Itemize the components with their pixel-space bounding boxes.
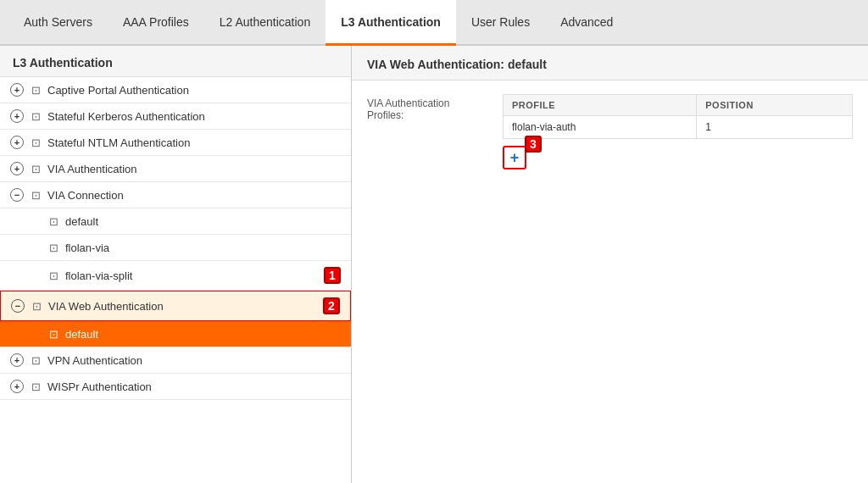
nav-l3-auth[interactable]: L3 Authentication — [326, 0, 456, 46]
tree-label-captive: Captive Portal Authentication — [47, 84, 341, 97]
nav-l2-auth[interactable]: L2 Authentication — [204, 0, 326, 46]
tree-item-kerberos[interactable]: + Stateful Kerberos Authentication — [0, 103, 351, 130]
tree-item-vpn[interactable]: + VPN Authentication — [0, 347, 351, 374]
tree-item-wispr[interactable]: + WISPr Authentication — [0, 374, 351, 400]
right-panel-title: VIA Web Authentication: default — [352, 46, 868, 80]
field-label-via-profiles: VIA AuthenticationProfiles: — [367, 94, 486, 169]
expand-icon-via-conn: − — [10, 188, 24, 202]
nav-aaa-profiles[interactable]: AAA Profiles — [108, 0, 204, 46]
tree-label-kerberos: Stateful Kerberos Authentication — [47, 110, 341, 123]
tree-label-via-auth: VIA Authentication — [47, 163, 341, 175]
page-icon-ntlm — [29, 136, 42, 149]
tree-item-via-conn-default[interactable]: default — [0, 208, 351, 235]
main-content: L3 Authentication + Captive Portal Authe… — [0, 46, 868, 483]
page-icon-kerberos — [29, 109, 42, 123]
page-icon-wispr — [29, 380, 42, 393]
tree-label-wispr: WISPr Authentication — [47, 380, 341, 393]
page-icon-via-conn — [29, 188, 42, 202]
expand-icon-via-web: − — [11, 299, 25, 313]
tree-label-ntlm: Stateful NTLM Authentication — [47, 136, 341, 149]
add-btn-row: 3 — [503, 146, 853, 169]
page-icon-via-web — [30, 299, 43, 313]
profiles-table: PROFILE POSITION flolan-via-auth 1 — [503, 94, 853, 139]
right-panel: VIA Web Authentication: default VIA Auth… — [352, 46, 868, 483]
tree-item-via-web[interactable]: − VIA Web Authentication 2 — [0, 291, 351, 321]
page-icon-via-conn-flolan — [47, 241, 60, 254]
nav-user-rules[interactable]: User Rules — [456, 0, 545, 46]
tree-label-via-web: VIA Web Authentication — [48, 300, 314, 313]
tree-item-via-conn-flolan-split[interactable]: flolan-via-split 1 — [0, 261, 351, 291]
expand-icon-kerberos: + — [10, 109, 24, 123]
tree-item-via-conn-flolan[interactable]: flolan-via — [0, 235, 351, 261]
tree-item-via-web-default[interactable]: default — [0, 321, 351, 347]
col-header-position: POSITION — [697, 95, 853, 116]
tree-item-via-auth[interactable]: + VIA Authentication — [0, 156, 351, 182]
tree-item-captive[interactable]: + Captive Portal Authentication — [0, 77, 351, 103]
tree-label-via-conn-flolan: flolan-via — [65, 242, 341, 254]
add-profile-button[interactable]: 3 — [503, 146, 526, 169]
table-row[interactable]: flolan-via-auth 1 — [504, 116, 853, 139]
page-icon-via-conn-flolan-split — [47, 269, 60, 282]
tree-item-via-conn[interactable]: − VIA Connection — [0, 182, 351, 208]
tree-label-via-conn: VIA Connection — [47, 189, 341, 202]
page-icon-captive — [29, 83, 42, 97]
table-area: PROFILE POSITION flolan-via-auth 1 3 — [503, 94, 853, 169]
right-panel-body: VIA AuthenticationProfiles: PROFILE POSI… — [352, 80, 868, 183]
expand-icon-ntlm: + — [10, 136, 24, 149]
tree-item-ntlm[interactable]: + Stateful NTLM Authentication — [0, 130, 351, 156]
tree-label-via-conn-flolan-split: flolan-via-split — [65, 269, 315, 282]
expand-icon-wispr: + — [10, 380, 24, 393]
page-icon-via-auth — [29, 162, 42, 175]
expand-icon-captive: + — [10, 83, 24, 97]
page-icon-via-web-default — [47, 327, 60, 341]
badge-1: 1 — [324, 267, 341, 284]
expand-icon-vpn: + — [10, 353, 24, 367]
page-icon-vpn — [29, 353, 42, 367]
badge-3: 3 — [525, 136, 542, 153]
tree-label-vpn: VPN Authentication — [47, 354, 341, 367]
left-panel: L3 Authentication + Captive Portal Authe… — [0, 46, 352, 483]
tree-label-via-web-default: default — [65, 328, 341, 341]
page-icon-via-conn-default — [47, 214, 60, 228]
cell-position: 1 — [697, 116, 853, 139]
expand-icon-via-auth: + — [10, 162, 24, 175]
top-navigation: Auth Servers AAA Profiles L2 Authenticat… — [0, 0, 868, 46]
nav-auth-servers[interactable]: Auth Servers — [8, 0, 108, 46]
nav-advanced[interactable]: Advanced — [545, 0, 628, 46]
tree-label-via-conn-default: default — [65, 215, 341, 228]
badge-2: 2 — [323, 297, 340, 314]
left-panel-title: L3 Authentication — [0, 46, 351, 77]
col-header-profile: PROFILE — [504, 95, 697, 116]
